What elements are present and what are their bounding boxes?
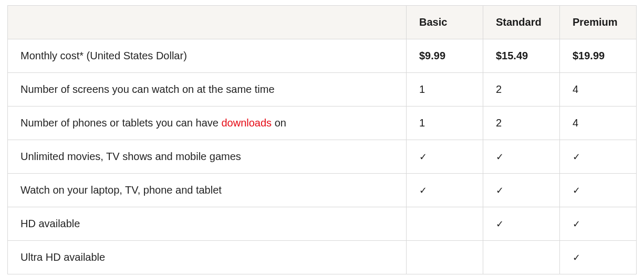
plan-value-basic (407, 241, 483, 274)
header-plan-basic: Basic (407, 6, 483, 39)
plan-value-premium: ✓ (560, 174, 637, 207)
table-row: HD available✓✓ (8, 207, 637, 241)
plan-value-basic: ✓ (407, 140, 483, 174)
plan-value-premium: ✓ (560, 241, 637, 274)
pricing-table: Basic Standard Premium Monthly cost* (Un… (7, 5, 637, 274)
check-icon: ✓ (573, 185, 580, 196)
check-icon: ✓ (419, 152, 427, 162)
plan-value-standard: 2 (483, 73, 560, 107)
downloads-link[interactable]: downloads (221, 117, 272, 129)
plan-value-premium: 4 (560, 107, 637, 140)
plan-value-premium: ✓ (560, 207, 637, 241)
header-feature (8, 6, 407, 39)
table-row: Number of phones or tablets you can have… (8, 107, 637, 140)
plan-value-premium: $19.99 (560, 39, 637, 73)
header-row: Basic Standard Premium (8, 6, 637, 39)
feature-label: Number of screens you can watch on at th… (8, 73, 407, 107)
check-icon: ✓ (573, 252, 580, 263)
feature-label: Monthly cost* (United States Dollar) (8, 39, 407, 73)
plan-value-basic: $9.99 (407, 39, 483, 73)
feature-label: Watch on your laptop, TV, phone and tabl… (8, 174, 407, 207)
plan-value-standard: ✓ (483, 207, 560, 241)
plan-value-basic: ✓ (407, 174, 483, 207)
plan-value-basic: 1 (407, 107, 483, 140)
check-icon: ✓ (496, 152, 504, 162)
feature-label: Unlimited movies, TV shows and mobile ga… (8, 140, 407, 174)
plan-value-basic: 1 (407, 73, 483, 107)
check-icon: ✓ (573, 219, 580, 229)
feature-label: HD available (8, 207, 407, 241)
plan-value-basic (407, 207, 483, 241)
plan-value-standard: ✓ (483, 140, 560, 174)
table-row: Number of screens you can watch on at th… (8, 73, 637, 107)
table-row: Unlimited movies, TV shows and mobile ga… (8, 140, 637, 174)
plan-value-standard: ✓ (483, 174, 560, 207)
pricing-table-body: Monthly cost* (United States Dollar)$9.9… (8, 39, 637, 274)
feature-label: Number of phones or tablets you can have… (8, 107, 407, 140)
plan-value-standard (483, 241, 560, 274)
table-row: Ultra HD available✓ (8, 241, 637, 274)
plan-value-premium: 4 (560, 73, 637, 107)
header-plan-premium: Premium (560, 6, 637, 39)
feature-label: Ultra HD available (8, 241, 407, 274)
plan-value-standard: 2 (483, 107, 560, 140)
check-icon: ✓ (573, 152, 580, 162)
table-row: Monthly cost* (United States Dollar)$9.9… (8, 39, 637, 73)
table-row: Watch on your laptop, TV, phone and tabl… (8, 174, 637, 207)
check-icon: ✓ (496, 219, 504, 229)
header-plan-standard: Standard (483, 6, 560, 39)
check-icon: ✓ (419, 185, 427, 196)
check-icon: ✓ (496, 185, 504, 196)
plan-value-premium: ✓ (560, 140, 637, 174)
plan-value-standard: $15.49 (483, 39, 560, 73)
